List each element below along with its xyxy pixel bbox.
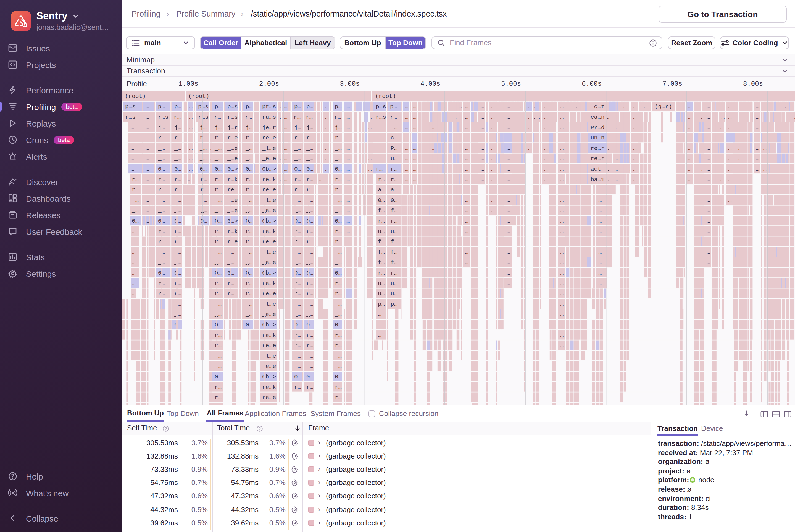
svg-text:f…: f… [391,207,398,214]
svg-text:…: … [544,176,548,183]
svg-text:(root): (root) [375,93,396,99]
svg-text:0…: 0… [306,270,313,276]
svg-text:…: … [346,176,350,183]
svg-text:0…: 0… [391,197,398,204]
svg-text:…: … [507,135,510,141]
svg-text:…: … [544,125,548,131]
svg-text:…: … [189,125,193,131]
svg-text:r…: r… [335,239,342,245]
svg-text:…: … [633,114,637,120]
svg-text:r…s: r…s [376,114,386,120]
svg-text:…: … [688,166,692,172]
svg-text:0…: 0… [200,218,207,224]
svg-text:…: … [131,155,134,162]
svg-text:r…: r… [335,290,342,297]
svg-text:…: … [528,114,532,120]
svg-text:r…k: r…k [227,228,238,235]
svg-text:…: … [756,135,759,141]
svg-text:…: … [560,207,564,214]
svg-text:_…: _… [245,207,252,214]
svg-text:p…: p… [158,103,165,110]
svg-text:r…: r… [306,343,313,349]
svg-text:…: … [368,155,372,162]
svg-text:…: … [146,197,149,204]
svg-text:_…: _… [306,363,313,369]
svg-text:…: … [507,207,510,214]
svg-text:…: … [598,249,602,255]
svg-text:r…: r… [335,228,342,235]
svg-text:…: … [560,114,564,120]
svg-text:0…>: 0…> [227,166,238,172]
svg-text:_…: _… [390,125,398,131]
svg-text:…: … [688,125,692,131]
svg-text:0…: 0… [174,218,181,224]
svg-text:…: … [491,125,495,131]
svg-text:_…: _… [214,259,222,266]
svg-text:…: … [465,197,469,204]
svg-text:_…: _… [335,155,342,162]
svg-text:…: … [706,125,710,131]
svg-text:_…: _… [335,249,342,255]
svg-text:…: … [465,135,469,141]
svg-text:…: … [560,125,564,131]
svg-text:…: … [405,155,409,162]
svg-text:…: … [481,135,484,141]
svg-text:…: … [756,114,759,120]
svg-text:…: … [507,239,510,245]
svg-text:r…: r… [246,290,252,297]
svg-text:r…e: r…e [227,135,238,141]
svg-text:…: … [325,145,329,152]
svg-text:…: … [405,135,409,141]
svg-text:…: … [560,176,564,183]
svg-text:_c…t: _c…t [590,103,604,110]
svg-text:…: … [146,125,149,131]
svg-text:_…: _… [294,363,301,369]
svg-text:…: … [706,249,710,255]
svg-text:…: … [146,187,149,193]
svg-text:…: … [598,187,602,193]
svg-text:…: … [507,249,510,255]
svg-text:r…: r… [335,280,342,287]
svg-text:…: … [560,197,564,204]
svg-text:…: … [491,187,495,193]
svg-text:…: … [728,166,732,172]
svg-text:…: … [528,125,532,131]
svg-text:a…: a… [378,187,385,193]
svg-text:…: … [465,239,469,245]
svg-text:…: … [528,135,532,141]
svg-text:u…: u… [391,290,398,297]
svg-text:f…: f… [378,249,385,255]
svg-text:r…: r… [306,187,313,193]
svg-text:…: … [491,197,495,204]
svg-text:…: … [405,176,409,183]
svg-text:_…: _… [306,353,313,359]
svg-text:a…: a… [391,187,398,193]
svg-text:0…: 0… [335,218,342,224]
svg-text:r…: r… [215,395,222,401]
svg-text:_…: _… [132,197,139,204]
svg-text:p…: p… [294,103,301,110]
svg-text:…: … [756,125,759,131]
svg-text:…: … [728,176,732,183]
svg-text:r…: r… [306,332,313,339]
svg-text:_…: _… [335,363,342,369]
svg-text:…: … [633,145,637,152]
svg-text:…: … [405,166,409,172]
svg-text:_…: _… [132,207,139,214]
svg-text:…: … [146,145,149,152]
svg-text:_…: _… [306,207,313,214]
svg-text:ba…1: ba…1 [591,176,604,183]
svg-text:…: … [507,176,510,183]
svg-text:(root): (root) [125,93,146,99]
svg-text:p…: p… [390,103,397,110]
svg-text:0…: 0… [246,166,252,172]
svg-text:_…: _… [306,259,313,266]
svg-text:…: … [544,155,548,162]
svg-text:…: … [284,103,287,110]
svg-text:0b…>: 0b…> [262,166,276,172]
svg-text:_…: _… [306,249,313,255]
svg-text:ru…s: ru…s [262,114,276,120]
svg-text:re…k: re…k [262,176,276,183]
svg-text:r…s: r…s [125,114,136,120]
svg-text:…: … [560,187,564,193]
